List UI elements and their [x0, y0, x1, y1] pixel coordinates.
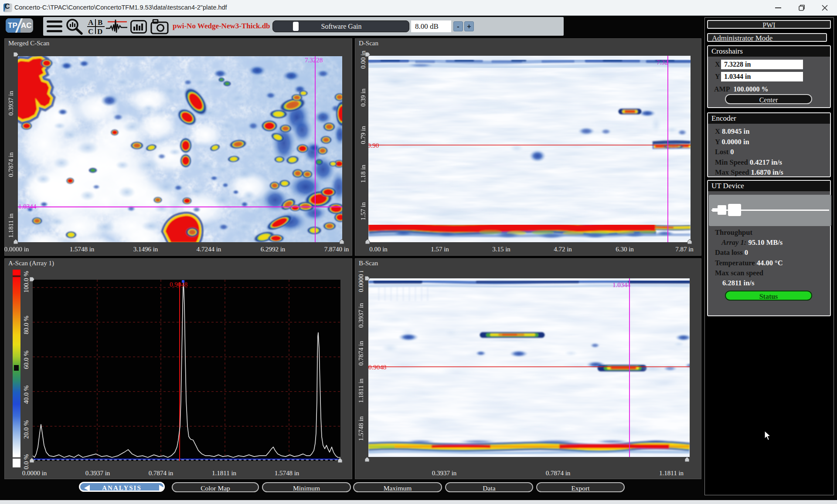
svg-text:7.3228: 7.3228 — [305, 57, 323, 64]
svg-text:1.0344: 1.0344 — [18, 203, 37, 210]
svg-text:D: D — [97, 27, 102, 35]
svg-text:7.32: 7.32 — [657, 59, 668, 66]
svg-text:A: A — [88, 18, 94, 27]
svg-text:0.90: 0.90 — [368, 142, 379, 149]
svg-text:0.9048: 0.9048 — [170, 281, 187, 288]
svg-text:1.0344: 1.0344 — [612, 281, 631, 288]
svg-text:C: C — [88, 27, 93, 35]
svg-text:0.9048: 0.9048 — [368, 364, 386, 371]
svg-text:B: B — [98, 18, 102, 27]
